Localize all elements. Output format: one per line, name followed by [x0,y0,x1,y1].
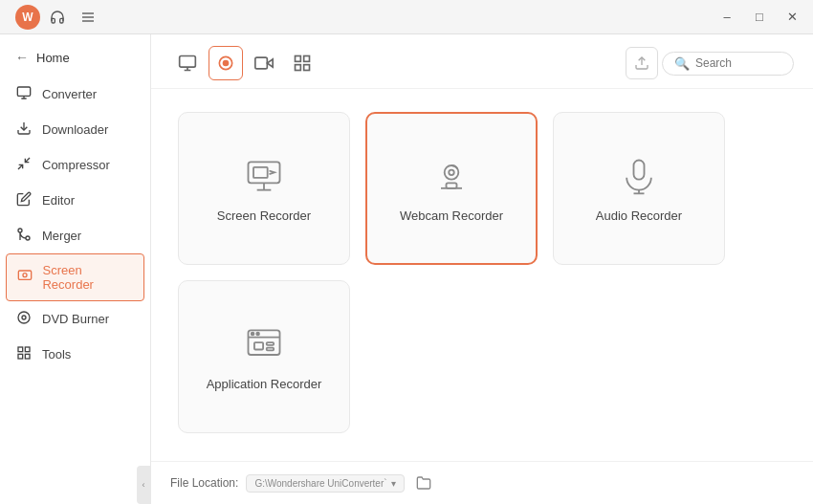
svg-rect-21 [296,56,301,62]
sidebar-item-tools[interactable]: Tools [0,337,150,372]
sidebar-item-merger[interactable]: Merger [0,218,150,253]
upload-button[interactable] [626,47,658,79]
svg-rect-20 [255,57,268,69]
sidebar-item-label: DVD Burner [42,312,109,326]
close-button[interactable]: ✕ [779,7,805,28]
sidebar-item-label: Converter [42,87,97,101]
sidebar-home[interactable]: ← Home [0,42,150,77]
application-recorder-card-icon [243,323,285,365]
sidebar-item-label: Editor [42,193,75,208]
svg-rect-29 [253,166,268,177]
back-arrow-icon: ← [15,50,29,65]
svg-rect-23 [304,65,310,71]
sidebar-collapse-handle[interactable]: ‹ [137,466,150,504]
sidebar-item-label: Merger [42,229,81,243]
card-grid: Screen Recorder Webcam Recorder [151,89,813,461]
avatar-button[interactable]: W [15,5,40,30]
file-location-path: G:\Wondershare UniConverter` [254,478,386,489]
svg-point-19 [224,61,229,66]
file-location-label: File Location: [170,476,238,490]
sidebar-item-screen-recorder[interactable]: Screen Recorder [6,253,144,301]
webcam-recorder-card[interactable]: Webcam Recorder [365,112,538,265]
maximize-button[interactable]: □ [746,7,773,28]
file-location-dropdown[interactable]: G:\Wondershare UniConverter` ▾ [246,474,404,493]
downloader-icon [15,121,33,139]
sidebar-item-label: Downloader [42,122,108,137]
audio-recorder-card[interactable]: Audio Recorder [553,112,725,265]
screen-recorder-card-icon [243,155,285,197]
svg-point-11 [18,312,30,323]
webcam-recorder-card-icon [430,155,472,197]
svg-point-40 [256,332,259,335]
audio-recorder-card-icon [618,155,660,197]
merger-icon [15,227,33,245]
svg-rect-24 [296,65,301,71]
sidebar-item-compressor[interactable]: Compressor [0,147,150,183]
toolbar-apps-tab[interactable] [285,46,319,80]
editor-icon [15,191,33,209]
dvd-burner-icon [15,310,33,328]
svg-rect-9 [18,271,31,279]
svg-rect-15 [25,354,30,359]
webcam-recorder-card-label: Webcam Recorder [400,208,503,223]
main-layout: ← Home Converter Downloader [0,34,813,504]
svg-rect-42 [267,342,274,345]
audio-recorder-card-label: Audio Recorder [596,208,682,223]
svg-rect-16 [18,354,23,359]
file-location-bar: File Location: G:\Wondershare UniConvert… [151,461,813,504]
svg-rect-41 [254,342,263,349]
application-recorder-card[interactable]: Application Recorder [178,280,350,433]
headset-icon-button[interactable] [44,4,71,31]
svg-rect-17 [180,56,196,68]
compressor-icon [15,156,33,174]
sidebar-item-label: Compressor [42,158,110,172]
svg-rect-34 [634,160,645,179]
dropdown-arrow-icon: ▾ [391,478,396,489]
toolbar: 🔍 [151,34,813,89]
sidebar-item-converter[interactable]: Converter [0,77,150,112]
title-bar-left-icons: W [15,4,101,31]
menu-icon-button[interactable] [75,4,101,31]
svg-point-39 [252,332,254,335]
sidebar-item-label: Tools [42,347,71,362]
svg-rect-14 [25,347,30,352]
application-recorder-card-label: Application Recorder [207,377,322,391]
minimize-button[interactable]: – [714,7,740,28]
svg-point-10 [23,273,27,276]
toolbar-webcam-tab[interactable] [247,46,281,80]
toolbar-screen-recorder-tab[interactable] [209,46,243,80]
svg-point-12 [22,316,26,319]
toolbar-video-tab[interactable] [170,46,205,80]
svg-rect-43 [267,347,274,350]
svg-line-6 [25,158,30,163]
open-folder-button[interactable] [412,471,435,494]
svg-point-31 [449,169,454,175]
tools-icon [15,345,33,363]
search-input[interactable] [695,56,781,70]
search-box: 🔍 [662,52,794,76]
content-area: 🔍 Screen Recorder [151,34,813,504]
search-icon: 🔍 [674,56,690,71]
home-label: Home [36,51,70,65]
svg-line-5 [18,164,23,169]
svg-rect-13 [18,347,23,352]
sidebar-item-editor[interactable]: Editor [0,183,150,218]
screen-recorder-icon [16,269,33,287]
svg-point-8 [18,229,22,232]
sidebar-item-dvd-burner[interactable]: DVD Burner [0,301,150,337]
svg-point-7 [26,236,30,240]
converter-icon [15,85,33,103]
svg-rect-3 [17,87,30,96]
screen-recorder-card-label: Screen Recorder [217,208,311,223]
screen-recorder-card[interactable]: Screen Recorder [178,112,350,265]
title-bar: W – □ ✕ [0,0,813,34]
sidebar-item-label: Screen Recorder [42,263,134,292]
sidebar: ← Home Converter Downloader [0,34,151,504]
sidebar-item-downloader[interactable]: Downloader [0,112,150,147]
svg-rect-22 [304,56,310,62]
